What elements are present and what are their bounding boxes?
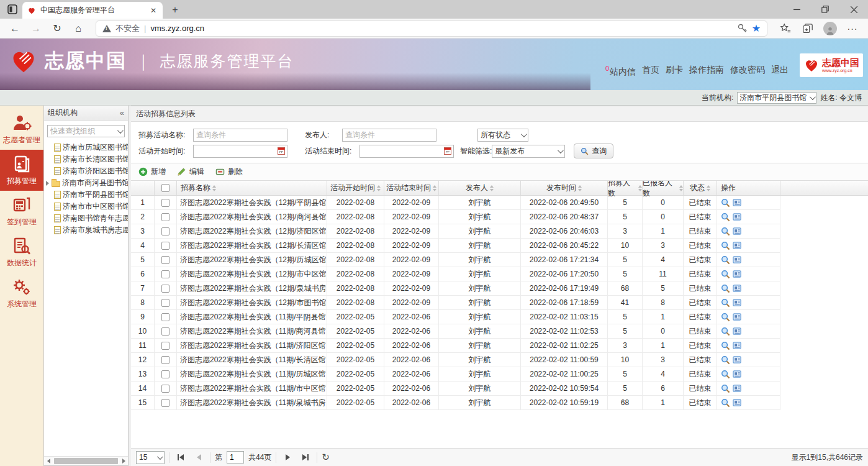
banner-link[interactable]: 修改密码: [730, 65, 765, 78]
tab-close-icon[interactable]: ✕: [149, 6, 158, 16]
table-row[interactable]: 11 济图志愿2022寒期社会实践（11期/济阳区馆） 2022-02-05 2…: [131, 339, 868, 353]
signup-list-icon[interactable]: [733, 199, 742, 207]
favorites-bar-icon[interactable]: [776, 21, 795, 37]
signup-list-icon[interactable]: [733, 299, 742, 307]
tab-search-icon[interactable]: [6, 3, 19, 16]
col-header-start[interactable]: 活动开始时间: [327, 181, 384, 195]
table-row[interactable]: 12 济图志愿2022寒期社会实践（11期/长清区馆） 2022-02-05 2…: [131, 353, 868, 367]
forward-icon[interactable]: →: [27, 21, 45, 37]
org-tree-item[interactable]: 济南图书馆青年志愿服: [44, 212, 128, 224]
row-checkbox[interactable]: [155, 196, 177, 210]
collections-icon[interactable]: [798, 21, 817, 37]
col-header-end[interactable]: 活动结束时间: [384, 181, 439, 195]
reload-icon[interactable]: ↻: [322, 452, 330, 463]
sort-icon[interactable]: [490, 185, 494, 191]
banner-link[interactable]: 刷卡: [666, 65, 683, 78]
page-size-select[interactable]: 15: [136, 451, 165, 464]
close-icon[interactable]: [839, 0, 868, 19]
sort-icon[interactable]: [377, 185, 381, 191]
status-select[interactable]: 所有状态: [477, 129, 528, 142]
current-org-select[interactable]: 济南市平阴县图书馆: [737, 92, 816, 104]
signup-list-icon[interactable]: [733, 356, 742, 364]
toolbar-button[interactable]: 新增: [138, 167, 166, 177]
select-all-checkbox[interactable]: [155, 181, 177, 195]
home-icon[interactable]: ⌂: [70, 21, 87, 37]
activity-name-input[interactable]: [193, 129, 287, 142]
view-detail-icon[interactable]: [721, 241, 730, 250]
row-checkbox[interactable]: [155, 267, 177, 281]
row-checkbox[interactable]: [155, 296, 177, 310]
rail-module-item[interactable]: 系统管理: [0, 273, 43, 314]
row-checkbox[interactable]: [155, 224, 177, 239]
view-detail-icon[interactable]: [721, 341, 730, 350]
signup-list-icon[interactable]: [733, 342, 742, 350]
table-row[interactable]: 15 济图志愿2022寒期社会实践（11期/泉城书房） 2022-02-05 2…: [131, 396, 868, 410]
refresh-icon[interactable]: ↻: [48, 21, 66, 37]
org-search-combobox[interactable]: 快速查找组织: [47, 125, 125, 137]
scrollbar-thumb[interactable]: [54, 458, 118, 464]
browser-tab[interactable]: 中国志愿服务管理平台 ✕: [22, 2, 163, 19]
collapse-panel-icon[interactable]: «: [120, 108, 124, 117]
sort-icon[interactable]: [212, 185, 216, 191]
view-detail-icon[interactable]: [721, 370, 730, 379]
row-checkbox[interactable]: [155, 367, 177, 381]
sort-icon[interactable]: [679, 185, 683, 191]
row-checkbox[interactable]: [155, 239, 177, 253]
restore-icon[interactable]: [811, 0, 839, 19]
table-row[interactable]: 6 济图志愿2022寒期社会实践（12期/市中区馆） 2022-02-08 20…: [131, 267, 868, 281]
table-row[interactable]: 9 济图志愿2022寒期社会实践（11期/平阴县馆） 2022-02-05 20…: [131, 310, 868, 324]
org-tree-item[interactable]: 济南市长清区图书馆: [44, 153, 128, 165]
view-detail-icon[interactable]: [721, 384, 730, 393]
prev-page-icon[interactable]: [192, 450, 206, 464]
smart-filter-select[interactable]: 最新发布: [492, 145, 565, 158]
new-tab-button[interactable]: +: [169, 4, 181, 16]
end-time-datebox[interactable]: [359, 145, 454, 158]
table-row[interactable]: 5 济图志愿2022寒期社会实践（12期/历城区馆） 2022-02-08 20…: [131, 253, 868, 267]
rail-module-item[interactable]: 招募管理: [0, 150, 43, 191]
view-detail-icon[interactable]: [721, 398, 730, 408]
tree-horizontal-scrollbar[interactable]: [44, 456, 128, 465]
sort-icon[interactable]: [433, 185, 436, 191]
org-tree-item[interactable]: 济南市济阳区图书馆: [44, 165, 128, 177]
view-detail-icon[interactable]: [721, 227, 730, 236]
first-page-icon[interactable]: [174, 450, 188, 464]
view-detail-icon[interactable]: [721, 284, 730, 293]
table-row[interactable]: 1 济图志愿2022寒期社会实践（12期/平阴县馆） 2022-02-08 20…: [131, 196, 868, 210]
publisher-input[interactable]: [342, 129, 436, 142]
org-tree-item[interactable]: 济南市历城区图书馆: [44, 142, 128, 153]
signup-list-icon[interactable]: [733, 213, 742, 221]
row-checkbox[interactable]: [155, 210, 177, 224]
signup-list-icon[interactable]: [733, 327, 742, 336]
signup-list-icon[interactable]: [733, 399, 742, 407]
col-header-name[interactable]: 招募名称: [177, 181, 327, 195]
rail-module-item[interactable]: 签到管理: [0, 191, 43, 232]
row-checkbox[interactable]: [155, 310, 177, 324]
banner-link[interactable]: 首页: [642, 65, 659, 78]
view-detail-icon[interactable]: [721, 355, 730, 365]
table-row[interactable]: 7 济图志愿2022寒期社会实践（12期/泉城书房） 2022-02-08 20…: [131, 281, 868, 296]
banner-link[interactable]: 操作指南: [689, 65, 724, 78]
table-row[interactable]: 14 济图志愿2022寒期社会实践（11期/市中区馆） 2022-02-05 2…: [131, 381, 868, 396]
col-header-status[interactable]: 状态: [684, 181, 717, 195]
view-detail-icon[interactable]: [721, 313, 730, 322]
favorite-star-icon[interactable]: ★: [752, 22, 761, 34]
view-detail-icon[interactable]: [721, 255, 730, 265]
end-time-input[interactable]: [359, 145, 454, 158]
org-tree-item[interactable]: 济南市平阴县图书馆: [44, 189, 128, 201]
toolbar-button[interactable]: 删除: [215, 167, 243, 177]
banner-link[interactable]: 0站内信: [605, 65, 636, 78]
signup-list-icon[interactable]: [733, 313, 742, 321]
calendar-icon[interactable]: [442, 145, 453, 157]
col-header-quota[interactable]: 招募人数: [608, 181, 643, 195]
row-checkbox[interactable]: [155, 339, 177, 353]
start-time-datebox[interactable]: [193, 145, 287, 158]
table-row[interactable]: 8 济图志愿2022寒期社会实践（12期/市图书馆） 2022-02-08 20…: [131, 296, 868, 310]
row-checkbox[interactable]: [155, 381, 177, 396]
sort-icon[interactable]: [578, 185, 582, 191]
table-row[interactable]: 10 济图志愿2022寒期社会实践（11期/商河县馆） 2022-02-05 2…: [131, 324, 868, 339]
view-detail-icon[interactable]: [721, 270, 730, 279]
signup-list-icon[interactable]: [733, 256, 742, 264]
table-row[interactable]: 13 济图志愿2022寒期社会实践（11期/历城区馆） 2022-02-05 2…: [131, 367, 868, 381]
toolbar-button[interactable]: 编辑: [177, 167, 204, 177]
signup-list-icon[interactable]: [733, 270, 742, 278]
